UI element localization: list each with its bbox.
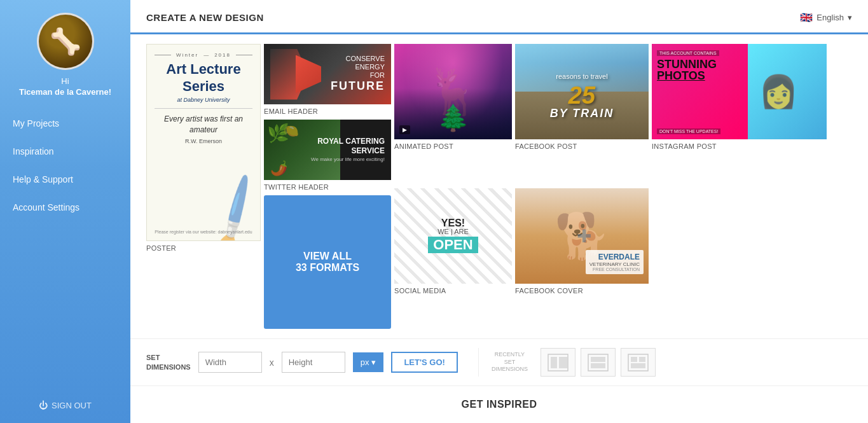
- poster-card[interactable]: Winter — 2018 Art Lecture Series at Dabn…: [146, 44, 261, 329]
- instagram-post-card[interactable]: 👩 THIS ACCOUNT CONTAINS STUNNING PHOTOS …: [652, 44, 827, 185]
- preset-1[interactable]: [541, 348, 575, 377]
- preset-3[interactable]: [621, 348, 656, 377]
- set-dimensions-label: SET DIMENSIONS: [146, 353, 191, 371]
- chevron-down-icon: ▾: [848, 13, 852, 22]
- sidebar-item-help-support[interactable]: Help & Support: [0, 165, 130, 193]
- email-header-card[interactable]: CONSERVE ENERGY FOR FUTURE EMAIL HEADER: [264, 44, 391, 116]
- email-shape-2: [296, 55, 321, 94]
- svg-rect-8: [639, 357, 645, 362]
- unit-selector[interactable]: px ▾: [353, 352, 384, 372]
- svg-rect-2: [559, 357, 567, 368]
- avatar-image: 🦴: [39, 15, 92, 68]
- page-title: CREATE A NEW DESIGN: [146, 12, 264, 32]
- sign-out-button[interactable]: ⏻ SIGN OUT: [39, 400, 92, 410]
- instagram-post-label: INSTAGRAM POST: [652, 139, 827, 151]
- avatar: 🦴: [37, 13, 94, 70]
- right-column: CONSERVE ENERGY FOR FUTURE EMAIL HEADER …: [264, 44, 391, 329]
- sidebar: 🦴 Hi Ticeman de la Caverne! My Projects …: [0, 0, 130, 423]
- chevron-down-icon: ▾: [371, 357, 376, 367]
- letsgo-button[interactable]: LET'S GO!: [391, 352, 457, 373]
- view-all-card[interactable]: VIEW ALL 33 FORMATS: [264, 195, 391, 329]
- username-label: Ticeman de la Caverne!: [13, 87, 118, 97]
- design-grid: 🌲 🦌 ▶ ANIMATED POST reasons to travel 25…: [130, 34, 868, 338]
- sidebar-item-account-settings[interactable]: Account Settings: [0, 193, 130, 221]
- language-selector[interactable]: 🇬🇧 English ▾: [800, 11, 852, 32]
- poster-label: POSTER: [146, 241, 261, 253]
- width-input[interactable]: [198, 352, 262, 373]
- svg-rect-4: [591, 357, 605, 362]
- svg-rect-5: [591, 363, 605, 368]
- main-content: CREATE A NEW DESIGN 🇬🇧 English ▾ 🌲 🦌 ▶ A…: [130, 0, 868, 423]
- hi-label: Hi: [61, 76, 69, 86]
- sidebar-item-my-projects[interactable]: My Projects: [0, 109, 130, 137]
- fb-text-overlay: reasons to travel 25 BY TRAIN: [550, 64, 614, 120]
- preset-2[interactable]: [581, 348, 616, 377]
- sidebar-item-inspiration[interactable]: Inspiration: [0, 137, 130, 165]
- email-header-label: EMAIL HEADER: [264, 104, 391, 116]
- svg-rect-7: [631, 357, 637, 362]
- get-inspired-title: GET INSPIRED: [146, 399, 852, 410]
- svg-rect-3: [588, 354, 608, 371]
- social-media-label: SOCIAL MEDIA: [394, 284, 512, 296]
- dimension-separator: x: [270, 357, 274, 368]
- play-badge: ▶: [399, 125, 410, 134]
- facebook-cover-label: FACEBOOK COVER: [515, 284, 649, 296]
- power-icon: ⏻: [39, 400, 48, 410]
- get-inspired-section: GET INSPIRED: [130, 385, 868, 417]
- facebook-post-card[interactable]: reasons to travel 25 BY TRAIN FACEBOOK P…: [515, 44, 649, 185]
- inspired-grid: [130, 417, 868, 423]
- email-text: CONSERVE ENERGY FOR FUTURE: [321, 48, 391, 100]
- recent-dimensions: RECENTLY SET DIMENSIONS: [478, 348, 656, 377]
- view-all-button[interactable]: VIEW ALL 33 FORMATS: [264, 195, 391, 329]
- social-media-card[interactable]: YES! WE | ARE OPEN SOCIAL MEDIA: [394, 188, 512, 329]
- svg-rect-6: [628, 354, 648, 371]
- svg-rect-9: [631, 363, 645, 368]
- animated-post-card[interactable]: 🌲 🦌 ▶ ANIMATED POST: [394, 44, 512, 185]
- height-input[interactable]: [282, 352, 345, 373]
- animated-post-label: ANIMATED POST: [394, 139, 512, 151]
- medical-cross-icon: ✚: [577, 225, 591, 246]
- svg-rect-1: [551, 357, 557, 368]
- twitter-header-card[interactable]: 🌿 🍋 🌶️ ROYAL CATERING SERVICE We make yo…: [264, 120, 391, 192]
- facebook-post-label: FACEBOOK POST: [515, 139, 649, 151]
- main-header: CREATE A NEW DESIGN 🇬🇧 English ▾: [130, 0, 868, 34]
- facebook-cover-card[interactable]: 🐕 EVERDALE VETERINARY CLINIC FREE CONSUL…: [515, 188, 649, 329]
- twitter-header-label: TWITTER HEADER: [264, 180, 391, 192]
- flag-icon: 🇬🇧: [800, 11, 813, 24]
- dimensions-bar: SET DIMENSIONS x px ▾ LET'S GO! RECENTLY…: [130, 338, 868, 385]
